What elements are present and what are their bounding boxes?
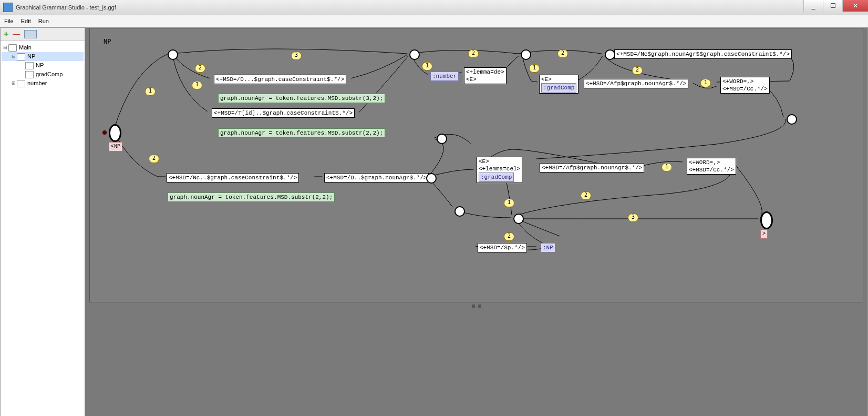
folder-icon <box>8 44 17 52</box>
file-icon <box>25 62 34 69</box>
start-dot <box>102 130 107 135</box>
msd-box[interactable]: <+MSD=/Nc..$graph.caseConstraint$.*/> <box>167 173 299 182</box>
workspace: + — ⊟ Main ⊟ NP NP gradCom <box>0 27 868 416</box>
box-line: <E> <box>479 158 520 165</box>
box-line: <E> <box>541 76 576 83</box>
box-line: <E> <box>466 76 504 83</box>
priority-pill[interactable]: 2 <box>195 64 205 73</box>
end-label: > <box>760 229 768 239</box>
title-bar: Graphical Grammar Studio - test_js.ggf _… <box>0 0 868 15</box>
action-box[interactable]: graph.nounAgr = token.features.MSD.subst… <box>218 128 385 138</box>
tree-label: gradComp <box>36 70 63 79</box>
start-node[interactable] <box>109 124 121 142</box>
junction-node[interactable] <box>521 49 531 60</box>
app-icon <box>3 3 13 12</box>
end-node[interactable] <box>760 211 773 229</box>
folder-icon <box>17 53 25 60</box>
priority-pill[interactable]: 1 <box>192 81 202 89</box>
subgraph-ref[interactable]: :gradComp <box>479 173 514 182</box>
subgraph-ref[interactable]: :NP <box>541 243 555 252</box>
box-line: <+WORD=,> <box>689 159 734 166</box>
tree-item-gradcomp[interactable]: gradComp <box>2 70 84 79</box>
junction-node[interactable] <box>454 206 465 217</box>
junction-node[interactable] <box>605 49 615 60</box>
tree-label: Main <box>19 43 32 52</box>
graph-title: NP <box>104 38 111 45</box>
scroll-indicator <box>89 305 863 308</box>
priority-pill[interactable]: 2 <box>149 155 159 163</box>
priority-pill[interactable]: 3 <box>291 52 302 60</box>
junction-node[interactable] <box>437 134 447 144</box>
priority-pill[interactable]: 2 <box>504 232 514 241</box>
msd-box[interactable]: <+MSD=/Sp.*/> <box>478 243 527 252</box>
word-box[interactable]: <+WORD=,> <+MSD=/Cc.*/> <box>720 77 770 94</box>
tree-view[interactable]: ⊟ Main ⊟ NP NP gradComp ⊞ <box>1 41 85 416</box>
priority-pill[interactable]: 1 <box>662 163 672 171</box>
tree-item-np-folder[interactable]: ⊟ NP <box>2 52 84 61</box>
junction-node[interactable] <box>513 214 524 224</box>
junction-node[interactable] <box>409 49 420 60</box>
tree-item-main[interactable]: ⊟ Main <box>2 43 84 52</box>
tree-item-np[interactable]: NP <box>2 61 84 70</box>
msd-box[interactable]: <+MSD=/D...$graph.caseConstraint$.*/> <box>214 75 346 84</box>
subgraph-ref[interactable]: :number <box>430 72 459 81</box>
action-box[interactable]: graph.nounAgr = token.features.MSD.subst… <box>168 192 335 202</box>
window-buttons: _ ☐ ✕ <box>803 0 868 12</box>
graph-canvas[interactable]: NP <box>89 28 863 302</box>
e-gradcomp-box[interactable]: <E> :gradComp <box>539 75 578 94</box>
menu-bar: File Edit Run <box>0 15 868 27</box>
msd-box[interactable]: <+MSD=/Afp$graph.nounAgr$.*/> <box>584 79 688 88</box>
priority-pill[interactable]: 1 <box>504 199 514 207</box>
menu-file[interactable]: File <box>4 18 14 24</box>
subgraph-ref[interactable]: :gradComp <box>541 83 576 93</box>
folder-icon <box>17 80 25 87</box>
lemma-cel-box[interactable]: <E> <+lemma=cel> :gradComp <box>477 157 522 183</box>
properties-icon[interactable] <box>24 30 37 38</box>
tree-label: NP <box>27 52 35 61</box>
priority-pill[interactable]: 1 <box>700 79 711 87</box>
tree-label: number <box>27 79 47 88</box>
priority-pill[interactable]: 1 <box>422 62 432 70</box>
action-box[interactable]: graph.nounAgr = token.features.MSD.subst… <box>218 94 385 103</box>
priority-pill[interactable]: 2 <box>581 191 591 200</box>
close-button[interactable]: ✕ <box>842 0 868 12</box>
msd-box[interactable]: <+MSD=/D..$graph.nounAgr$.*/> <box>324 173 429 182</box>
msd-box[interactable]: <+MSD=/Nc$graph.nounAgr$$graph.caseConst… <box>614 49 792 59</box>
tree-item-number[interactable]: ⊞ number <box>2 79 84 88</box>
junction-node[interactable] <box>168 49 178 60</box>
tree-label: NP <box>36 61 44 70</box>
sidebar-toolbar: + — <box>1 28 85 41</box>
box-line: <+lemma=cel> <box>479 165 520 173</box>
menu-run[interactable]: Run <box>38 18 49 24</box>
expand-icon[interactable]: ⊟ <box>11 52 16 61</box>
sidebar: + — ⊟ Main ⊟ NP NP gradCom <box>1 28 85 416</box>
minimize-button[interactable]: _ <box>803 0 823 12</box>
priority-pill[interactable]: 2 <box>557 49 568 58</box>
box-line: <+MSD=/Cc.*/> <box>689 166 734 174</box>
msd-box[interactable]: <+MSD=/T[id]..$graph.caseConstraint$.*/> <box>212 108 355 118</box>
priority-pill[interactable]: 1 <box>145 87 156 96</box>
file-icon <box>25 71 34 78</box>
canvas-area: NP <box>85 28 867 416</box>
box-line: <+WORD=,> <box>722 78 768 85</box>
expand-icon[interactable]: ⊟ <box>3 43 7 52</box>
priority-pill[interactable]: 1 <box>529 64 540 73</box>
priority-pill[interactable]: 3 <box>628 214 638 222</box>
box-line: <+lemma=de> <box>466 68 504 76</box>
priority-pill[interactable]: 2 <box>468 49 479 58</box>
lemma-box[interactable]: <+lemma=de> <E> <box>464 67 507 84</box>
start-label: <NP <box>109 142 122 151</box>
expand-icon[interactable]: ⊞ <box>11 79 16 88</box>
junction-node[interactable] <box>787 114 797 125</box>
priority-pill[interactable]: 2 <box>632 66 643 75</box>
delete-icon[interactable]: — <box>13 30 20 38</box>
box-line: <+MSD=/Cc.*/> <box>722 85 768 93</box>
add-icon[interactable]: + <box>4 29 8 39</box>
word-box[interactable]: <+WORD=,> <+MSD=/Cc.*/> <box>687 158 736 175</box>
msd-box[interactable]: <+MSD=/Afp$graph.nounAgr$.*/> <box>540 163 644 173</box>
window-title: Graphical Grammar Studio - test_js.ggf <box>16 4 116 11</box>
menu-edit[interactable]: Edit <box>21 18 31 24</box>
junction-node[interactable] <box>426 173 437 184</box>
maximize-button[interactable]: ☐ <box>823 0 842 12</box>
